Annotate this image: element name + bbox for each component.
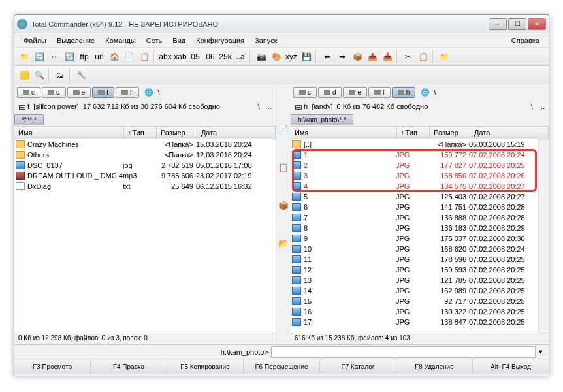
file-row[interactable]: 6JPG141 75107.02.2008 20:28	[291, 202, 549, 212]
right-header-date[interactable]: Дата	[470, 127, 549, 139]
drive-button-c[interactable]: c	[293, 87, 317, 98]
cmdline-input[interactable]	[271, 346, 536, 358]
root-icon[interactable]: \	[434, 88, 436, 97]
toolbar-button[interactable]: 📦	[350, 50, 364, 64]
right-header-size[interactable]: Размер	[430, 127, 470, 139]
root-icon[interactable]: \	[157, 88, 159, 97]
scrollbar[interactable]	[538, 139, 549, 333]
menu-view[interactable]: Вид	[167, 35, 191, 46]
toolbar-button[interactable]: ➡	[335, 50, 349, 64]
toolbar-button[interactable]: 🔧	[74, 68, 88, 82]
file-row[interactable]: 3JPG158 85007.02.2008 20:26	[291, 171, 549, 181]
toolbar-button[interactable]: 🔍	[32, 68, 46, 82]
toolbar-button[interactable]: 📷	[254, 50, 268, 64]
menu-commands[interactable]: Команды	[100, 35, 141, 46]
f5-copy-button[interactable]: F5 Копирование	[167, 359, 244, 374]
file-row[interactable]: 17JPG138 84707.02.2008 20:25	[291, 317, 549, 327]
right-up-button[interactable]: ..	[541, 103, 545, 110]
drive-button-d[interactable]: d	[318, 87, 342, 98]
toolbar-button[interactable]: 💾	[299, 50, 314, 64]
drive-button-c[interactable]: c	[17, 87, 40, 98]
f8-delete-button[interactable]: F8 Удаление	[396, 359, 473, 374]
right-file-list[interactable]: [..]<Папка>05.03.2008 15:191JPG159 77207…	[291, 139, 549, 333]
toolbar-button[interactable]: url	[92, 50, 106, 64]
left-header-type[interactable]: Тип	[124, 127, 157, 139]
toolbar-button[interactable]: ftp	[77, 50, 91, 64]
file-row[interactable]: 12JPG159 59307.02.2008 20:25	[291, 265, 549, 275]
mid-icon[interactable]: 📋	[278, 161, 289, 173]
toolbar-button[interactable]: 📄	[122, 50, 137, 64]
mid-icon[interactable]: 📦	[278, 199, 289, 211]
toolbar-button[interactable]: 🏠	[107, 50, 121, 64]
left-header-size[interactable]: Размер	[157, 127, 197, 139]
toolbar-button[interactable]: 📋	[416, 50, 430, 64]
right-header-name[interactable]: Имя	[291, 127, 397, 139]
toolbar-button[interactable]: ✂	[401, 50, 415, 64]
maximize-button[interactable]: ☐	[508, 18, 526, 30]
file-row[interactable]: Crazy Machines<Папка>15.03.2018 20:24	[14, 139, 276, 150]
menu-config[interactable]: Конфигурация	[191, 35, 249, 46]
file-row[interactable]: 9JPG175 03707.02.2008 20:30	[291, 233, 549, 244]
mid-icon[interactable]: 📂	[278, 237, 289, 249]
toolbar-button[interactable]: 25k	[218, 50, 233, 64]
file-row[interactable]: 8JPG136 18307.02.2008 20:29	[291, 223, 549, 233]
file-row[interactable]: Others<Папка>12.03.2018 20:24	[14, 150, 276, 160]
toolbar-button[interactable]: 06	[203, 50, 217, 64]
cmdline-dropdown[interactable]: ▾	[536, 348, 546, 356]
right-drive-letter[interactable]: 🖴 h	[295, 103, 308, 110]
file-row[interactable]: 16JPG130 32207.02.2008 20:25	[291, 306, 549, 317]
menu-start[interactable]: Запуск	[249, 35, 282, 46]
toolbar-button[interactable]: 05	[188, 50, 202, 64]
toolbar-button[interactable]: ..a	[233, 50, 248, 64]
titlebar[interactable]: Total Commander (x64) 9.12 - НЕ ЗАРЕГИСТ…	[14, 15, 549, 33]
f4-edit-button[interactable]: F4 Правка	[91, 359, 167, 374]
right-tab[interactable]: h:\kam_photo\*.*	[291, 114, 353, 125]
left-drive-letter[interactable]: 🖴 f	[18, 103, 29, 110]
toolbar-button[interactable]: 🗂	[53, 68, 67, 82]
file-row[interactable]: 2JPG177 82707.02.2008 20:25	[291, 160, 549, 171]
left-header-name[interactable]: Имя	[14, 127, 124, 139]
drive-button-e[interactable]: e	[343, 87, 367, 98]
menu-files[interactable]: Файлы	[18, 35, 52, 46]
file-row[interactable]: 4JPG134 57507.02.2008 20:27	[291, 181, 549, 191]
network-icon[interactable]: 🌐	[144, 88, 153, 97]
toolbar-button[interactable]: xab	[173, 50, 187, 64]
drive-button-d[interactable]: d	[42, 87, 66, 98]
drive-button-h[interactable]: h	[116, 87, 140, 98]
toolbar-button[interactable]: 📥	[380, 50, 394, 64]
file-row[interactable]: 5JPG125 40307.02.2008 20:27	[291, 191, 549, 202]
minimize-button[interactable]: ─	[489, 18, 507, 30]
toolbar-button[interactable]: 🟨	[17, 68, 31, 82]
file-row[interactable]: DSC_0137jpg2 782 51905.01.2016 17:08	[14, 160, 276, 171]
left-up-button[interactable]: ..	[268, 103, 272, 110]
toolbar-button[interactable]: 📁	[17, 50, 31, 64]
left-header-date[interactable]: Дата	[197, 127, 276, 139]
toolbar-button[interactable]: 📋	[137, 50, 152, 64]
toolbar-button[interactable]: 🎨	[269, 50, 283, 64]
file-row[interactable]: 10JPG168 62007.02.2008 20:24	[291, 244, 549, 254]
toolbar-button[interactable]: 📤	[365, 50, 379, 64]
close-button[interactable]: ✕	[528, 18, 546, 30]
file-row[interactable]: DxDiagtxt25 64906.12.2015 16:32	[14, 181, 276, 191]
toolbar-button[interactable]: ⬅	[320, 50, 334, 64]
file-row[interactable]: DREAM OUT LOUD _ DMC 4mp39 785 60623.02.…	[14, 171, 276, 181]
toolbar-button[interactable]: xyz	[284, 50, 298, 64]
toolbar-button[interactable]: abx	[158, 50, 172, 64]
drive-button-e[interactable]: e	[67, 87, 91, 98]
mid-icon[interactable]: 📄	[278, 123, 289, 135]
left-tab[interactable]: *f:\*.*	[14, 114, 44, 125]
file-row[interactable]: 1JPG159 77207.02.2008 20:24	[291, 150, 549, 160]
left-root-button[interactable]: \	[254, 103, 264, 110]
file-row[interactable]: [..]<Папка>05.03.2008 15:19	[291, 139, 549, 150]
menu-help[interactable]: Справка	[506, 35, 545, 46]
network-icon[interactable]: 🌐	[421, 88, 430, 97]
toolbar-button[interactable]: 🔃	[62, 50, 76, 64]
menu-net[interactable]: Сеть	[141, 35, 167, 46]
drive-button-h[interactable]: h	[392, 87, 416, 98]
menu-selection[interactable]: Выделение	[52, 35, 100, 46]
toolbar-button[interactable]: ↔	[47, 50, 61, 64]
file-row[interactable]: 14JPG162 98907.02.2008 20:25	[291, 286, 549, 296]
f3-view-button[interactable]: F3 Просмотр	[14, 359, 91, 374]
f6-move-button[interactable]: F6 Перемещение	[244, 359, 320, 374]
file-row[interactable]: 15JPG92 71707.02.2008 20:25	[291, 296, 549, 306]
